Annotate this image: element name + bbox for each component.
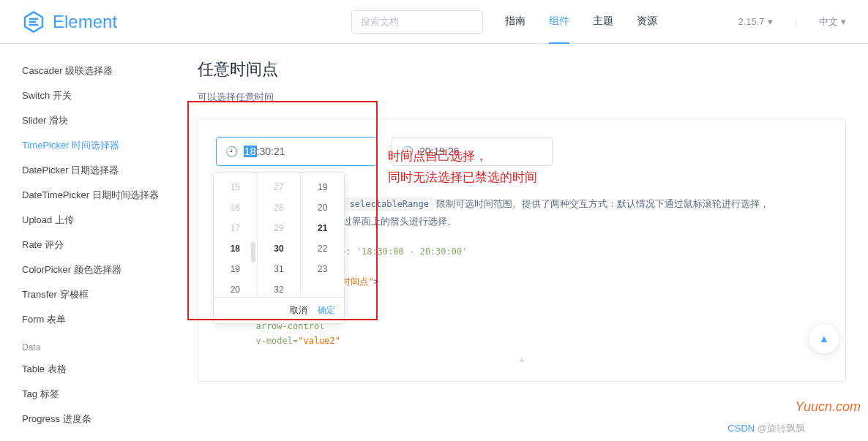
annotation-line1: 时间点自己选择， [388, 146, 537, 167]
brand-logo[interactable]: Element [22, 10, 117, 34]
code-tag: > [374, 276, 379, 287]
minute-spinner[interactable]: 27 28 29 30 31 32 [257, 173, 301, 297]
element-logo-icon [22, 10, 45, 34]
nav-theme[interactable]: 主题 [593, 0, 613, 44]
divider: | [795, 15, 797, 29]
annotation-line2: 同时无法选择已禁选的时间 [388, 167, 537, 189]
header-right: 2.15.7 ▾ | 中文 ▾ [738, 15, 846, 29]
second-cell[interactable]: 23 [301, 259, 344, 279]
hour-cell[interactable]: 20 [214, 279, 257, 297]
brand-text: Element [53, 12, 117, 32]
sidebar-item-switch[interactable]: Switch 开关 [22, 83, 176, 108]
version-dropdown[interactable]: 2.15.7 ▾ [738, 15, 772, 29]
sidebar-item-rate[interactable]: Rate 评分 [22, 233, 176, 257]
expand-caret-icon[interactable]: ▲ [216, 355, 828, 363]
version-label: 2.15.7 [738, 16, 764, 27]
sidebar: Cascader 级联选择器 Switch 开关 Slider 滑块 TimeP… [0, 44, 176, 441]
time-value-1: 18:30:21 [244, 146, 285, 157]
hour-cell-selected[interactable]: 18 [214, 238, 257, 259]
minute-cell[interactable]: 27 [258, 177, 301, 197]
confirm-button[interactable]: 确定 [318, 304, 335, 317]
time-input-1[interactable]: 🕘 18:30:21 [216, 137, 377, 166]
lang-dropdown[interactable]: 中文 ▾ [819, 15, 846, 29]
chevron-down-icon: ▾ [841, 16, 846, 27]
back-to-top-button[interactable]: ▲ [809, 324, 839, 353]
second-cell[interactable]: 19 [301, 177, 344, 197]
time-rest: :30:21 [257, 146, 285, 157]
hour-cell[interactable]: 15 [214, 177, 257, 197]
main-content: 任意时间点 可以选择任意时间 🕘 18:30:21 🕘 20:19:26 15 … [176, 44, 868, 441]
sidebar-item-timepicker[interactable]: TimePicker 时间选择器 [22, 133, 176, 158]
caret-up-icon: ▲ [819, 333, 829, 344]
hour-cell[interactable]: 19 [214, 259, 257, 279]
inline-code: selectableRange [345, 197, 433, 211]
watermark-site: Yuucn.com [796, 399, 861, 415]
minute-cell[interactable]: 28 [258, 197, 301, 218]
sidebar-item-table[interactable]: Table 表格 [22, 357, 176, 382]
lang-label: 中文 [819, 15, 838, 29]
time-picker-popup: 15 16 17 18 19 20 27 28 29 30 31 [213, 172, 345, 324]
hour-scrollbar[interactable] [251, 242, 255, 263]
sidebar-item-upload[interactable]: Upload 上传 [22, 208, 176, 233]
chevron-down-icon: ▾ [768, 16, 773, 27]
nav-guide[interactable]: 指南 [505, 0, 525, 44]
sidebar-item-progress[interactable]: Progress 进度条 [22, 407, 176, 431]
top-nav: 指南 组件 主题 资源 [505, 0, 657, 44]
section-subtitle: 可以选择任意时间 [198, 91, 846, 104]
sidebar-item-datetimepicker[interactable]: DateTimePicker 日期时间选择器 [22, 183, 176, 208]
search-container [351, 10, 483, 34]
second-cell-selected[interactable]: 21 [301, 218, 344, 238]
hour-spinner[interactable]: 15 16 17 18 19 20 [214, 173, 257, 297]
sidebar-item-colorpicker[interactable]: ColorPicker 颜色选择器 [22, 257, 176, 282]
second-cell[interactable]: 22 [301, 238, 344, 259]
sidebar-item-form[interactable]: Form 表单 [22, 307, 176, 332]
minute-cell[interactable]: 32 [258, 279, 301, 297]
csdn-text: CSDN [727, 423, 755, 434]
sidebar-item-transfer[interactable]: Transfer 穿梭框 [22, 282, 176, 307]
selected-hour: 18 [244, 146, 257, 157]
hour-cell[interactable]: 16 [214, 197, 257, 218]
popup-footer: 取消 确定 [214, 297, 344, 323]
top-header: Element 指南 组件 主题 资源 2.15.7 ▾ | 中文 ▾ [0, 0, 868, 44]
desc-text: 通过界面上的箭头进行选择。 [333, 216, 457, 227]
watermark-csdn: CSDN @旋转飘飘 [727, 422, 805, 435]
clock-icon: 🕘 [225, 146, 238, 157]
minute-cell-selected[interactable]: 30 [258, 238, 301, 259]
nav-components[interactable]: 组件 [549, 0, 569, 44]
nav-resources[interactable]: 资源 [637, 0, 657, 44]
second-spinner[interactable]: 19 20 21 22 23 [300, 173, 344, 297]
cancel-button[interactable]: 取消 [290, 304, 307, 317]
minute-cell[interactable]: 29 [258, 218, 301, 238]
code-attr: v-model= [245, 336, 298, 346]
second-cell[interactable]: 20 [301, 197, 344, 218]
minute-cell[interactable]: 31 [258, 259, 301, 279]
desc-text: 限制可选时间范围。提供了两种交互方式：默认情况下通过鼠标滚轮进行选择， [433, 198, 769, 209]
sidebar-item-tag[interactable]: Tag 标签 [22, 382, 176, 407]
section-title: 任意时间点 [198, 59, 846, 80]
sidebar-item-datepicker[interactable]: DatePicker 日期选择器 [22, 158, 176, 183]
sidebar-item-cascader[interactable]: Cascader 级联选择器 [22, 59, 176, 83]
search-input[interactable] [351, 10, 483, 34]
code-str: "value2" [298, 336, 340, 346]
annotation-text: 时间点自己选择， 同时无法选择已禁选的时间 [388, 146, 537, 189]
author-text: @旋转飘飘 [755, 423, 805, 434]
sidebar-group-data: Data [22, 332, 176, 357]
hour-cell[interactable]: 17 [214, 218, 257, 238]
sidebar-item-slider[interactable]: Slider 滑块 [22, 108, 176, 133]
